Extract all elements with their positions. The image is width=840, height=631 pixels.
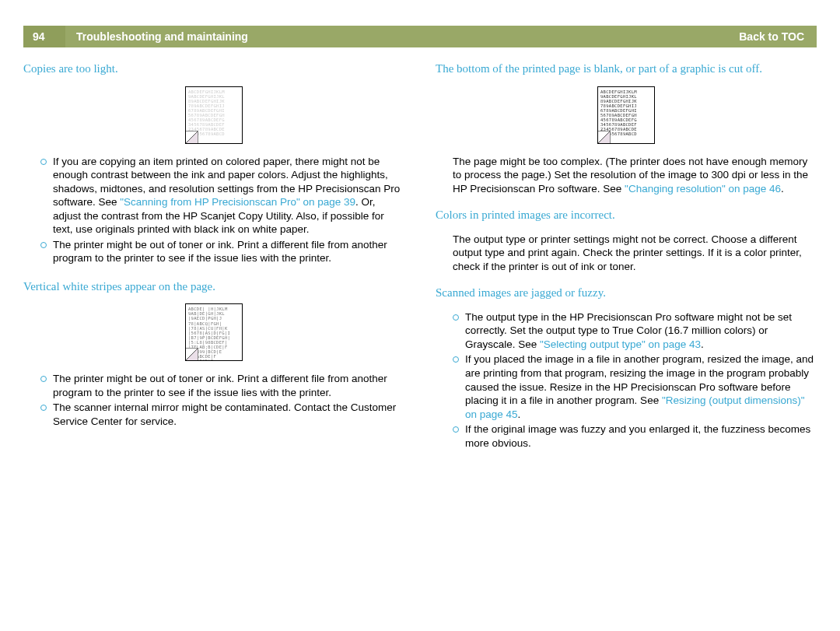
- bullet-list: The output type in the HP Precisionscan …: [436, 310, 817, 450]
- section: Copies are too light.ABCDEFGHIJKLM9ABCDE…: [23, 61, 404, 265]
- page-fold-icon: [186, 348, 198, 360]
- section: The bottom of the printed page is blank,…: [436, 61, 817, 195]
- list-item: If the original image was fuzzy and you …: [465, 422, 817, 450]
- list-item: The output type in the HP Precisionscan …: [465, 310, 817, 352]
- page-illustration: ABCDEFGHIJKLM9ABCDEFGHIJKL89ABCDEFGHIJK7…: [597, 86, 655, 144]
- right-column: The bottom of the printed page is blank,…: [436, 61, 817, 464]
- section: Colors in printed images are incorrect.T…: [436, 208, 817, 273]
- cross-reference-link[interactable]: "Selecting output type" on page 43: [540, 338, 701, 350]
- back-to-toc-link[interactable]: Back to TOC: [739, 30, 804, 44]
- cross-reference-link[interactable]: "Scanning from HP Precisionscan Pro" on …: [120, 196, 355, 208]
- page-number: 94: [23, 26, 65, 47]
- body-paragraph: The output type or printer settings migh…: [436, 233, 817, 274]
- header-left: 94 Troubleshooting and maintaining: [23, 26, 248, 47]
- section: Vertical white stripes appear on the pag…: [23, 279, 404, 429]
- page-fold-icon: [186, 131, 198, 143]
- body-paragraph: The page might be too complex. (The prin…: [436, 155, 817, 196]
- section-heading: The bottom of the printed page is blank,…: [436, 61, 817, 77]
- left-column: Copies are too light.ABCDEFGHIJKLM9ABCDE…: [23, 61, 404, 464]
- section-heading: Vertical white stripes appear on the pag…: [23, 279, 404, 295]
- cross-reference-link[interactable]: "Changing resolution" on page 46: [625, 183, 781, 195]
- chapter-title: Troubleshooting and maintaining: [65, 30, 248, 44]
- page-header: 94 Troubleshooting and maintaining Back …: [23, 26, 817, 47]
- section-heading: Scanned images are jagged or fuzzy.: [436, 286, 817, 301]
- page-illustration: ABCDEFGHIJKLM9ABCDEFGHIJKL89ABCDEFGHIJK7…: [185, 86, 243, 144]
- list-item: The printer might be out of toner or ink…: [53, 372, 404, 399]
- list-item: If you placed the image in a file in ano…: [465, 352, 817, 421]
- cross-reference-link[interactable]: "Resizing (output dimensions)" on page 4…: [465, 394, 805, 420]
- list-item: The printer might be out of toner or ink…: [53, 238, 404, 265]
- content-columns: Copies are too light.ABCDEFGHIJKLM9ABCDE…: [23, 61, 817, 464]
- bullet-list: The printer might be out of toner or ink…: [23, 372, 404, 428]
- list-item: The scanner internal mirror might be con…: [53, 401, 404, 428]
- page-fold-icon: [598, 131, 611, 143]
- section-heading: Copies are too light.: [23, 61, 404, 77]
- section: Scanned images are jagged or fuzzy.The o…: [436, 286, 817, 450]
- bullet-list: If you are copying an item printed on co…: [23, 155, 404, 265]
- page-illustration: ABCDE| |H|JKLM9AB|DE|GH|JKL|9AECD|PGH|J7…: [185, 303, 243, 361]
- list-item: If you are copying an item printed on co…: [53, 155, 404, 237]
- section-heading: Colors in printed images are incorrect.: [436, 208, 817, 223]
